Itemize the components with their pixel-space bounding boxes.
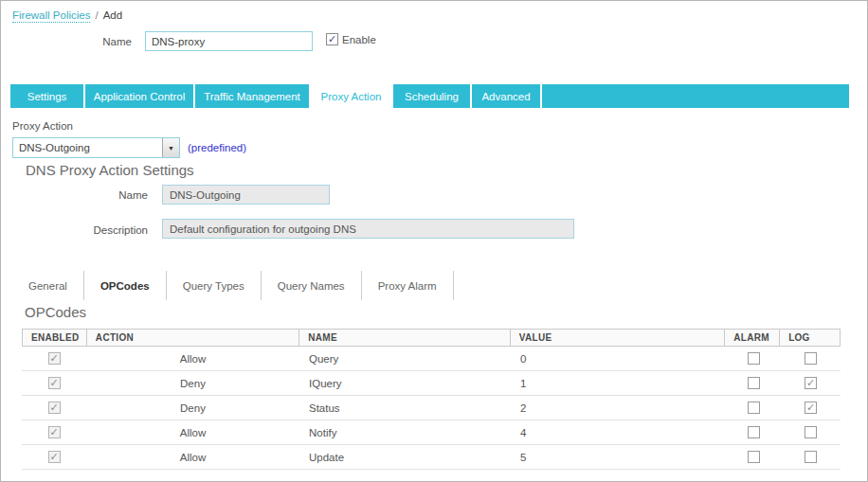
opcode-log-cell: ✓ (781, 371, 841, 395)
opcode-name: Query (299, 347, 511, 370)
opcode-row: ✓AllowNotify4 (22, 420, 841, 445)
opcodes-table: ENABLEDACTIONNAMEVALUEALARMLOG ✓AllowQue… (22, 329, 841, 470)
column-header-name: NAME (299, 330, 510, 346)
subtab-proxy-alarm[interactable]: Proxy Alarm (362, 271, 454, 300)
subtab-query-names[interactable]: Query Names (262, 271, 362, 300)
opcode-alarm-checkbox[interactable] (748, 402, 760, 414)
opcode-alarm-checkbox[interactable] (748, 352, 760, 365)
opcode-value: 2 (511, 396, 726, 420)
tab-settings[interactable]: Settings (10, 84, 83, 108)
tab-advanced[interactable]: Advanced (472, 84, 540, 108)
opcode-enabled-checkbox: ✓ (48, 377, 61, 389)
opcode-enabled-cell: ✓ (22, 396, 86, 420)
breadcrumb-separator: / (95, 9, 98, 21)
opcode-log-checkbox[interactable] (805, 451, 817, 463)
action-description-field: Default configuration for outgoing DNS (162, 219, 574, 239)
opcode-action: Allow (86, 420, 299, 444)
opcode-alarm-checkbox[interactable] (748, 377, 760, 389)
subtab-general[interactable]: General (12, 271, 84, 300)
tab-traffic-management[interactable]: Traffic Management (195, 84, 309, 108)
column-header-enabled: ENABLED (23, 330, 87, 346)
column-header-value: VALUE (511, 330, 725, 346)
dropdown-arrow-icon[interactable]: ▼ (162, 138, 179, 157)
opcode-action: Allow (86, 347, 299, 370)
main-tab-bar: SettingsApplication ControlTraffic Manag… (10, 84, 849, 108)
enable-checkbox[interactable]: ✓ (326, 33, 338, 45)
opcodes-table-body: ✓AllowQuery0✓DenyIQuery1✓✓DenyStatus2✓✓A… (22, 347, 841, 470)
opcode-enabled-cell: ✓ (22, 420, 86, 444)
column-header-log: LOG (780, 330, 840, 346)
opcode-value: 0 (511, 347, 726, 370)
opcode-action: Deny (86, 396, 299, 420)
column-header-action: ACTION (87, 330, 299, 346)
opcode-enabled-cell: ✓ (22, 445, 86, 469)
subtab-query-types[interactable]: Query Types (167, 271, 262, 300)
proxy-action-selected-value: DNS-Outgoing (13, 138, 162, 157)
tab-bar-filler (542, 84, 849, 108)
policy-name-input[interactable] (145, 31, 313, 51)
opcode-log-checkbox[interactable]: ✓ (805, 377, 817, 389)
opcode-alarm-checkbox[interactable] (748, 426, 760, 438)
opcode-enabled-cell: ✓ (22, 371, 86, 395)
opcode-name: Update (299, 445, 511, 469)
opcode-alarm-cell (726, 371, 781, 395)
opcode-alarm-checkbox[interactable] (748, 451, 760, 463)
breadcrumb-firewall-policies-link[interactable]: Firewall Policies (12, 9, 90, 23)
subtab-opcodes[interactable]: OPCodes (84, 271, 167, 300)
dns-proxy-action-settings-title: DNS Proxy Action Settings (26, 162, 194, 178)
tab-application-control[interactable]: Application Control (85, 84, 193, 108)
opcode-row: ✓AllowQuery0 (22, 347, 841, 371)
opcodes-section-title: OPCodes (25, 304, 86, 320)
opcode-log-checkbox[interactable] (805, 352, 817, 365)
proxy-action-dropdown[interactable]: DNS-Outgoing ▼ (12, 137, 180, 158)
tab-proxy-action[interactable]: Proxy Action (311, 84, 391, 108)
opcode-enabled-checkbox: ✓ (48, 402, 61, 414)
opcode-log-cell (781, 347, 841, 370)
opcode-enabled-checkbox: ✓ (48, 352, 61, 365)
opcode-name: Status (299, 396, 511, 420)
breadcrumb: Firewall Policies/Add (12, 9, 122, 21)
proxy-sub-tab-bar: GeneralOPCodesQuery TypesQuery NamesProx… (12, 271, 454, 300)
predefined-note: (predefined) (188, 142, 246, 153)
opcode-log-checkbox[interactable]: ✓ (805, 402, 817, 414)
opcode-value: 4 (511, 420, 726, 444)
opcode-alarm-cell (726, 420, 781, 444)
column-header-alarm: ALARM (725, 330, 780, 346)
opcode-name: Notify (299, 420, 511, 444)
proxy-action-label: Proxy Action (12, 120, 73, 132)
opcode-log-cell: ✓ (781, 396, 841, 420)
action-name-field: DNS-Outgoing (162, 185, 330, 205)
opcode-value: 1 (511, 371, 726, 395)
opcode-log-cell (781, 420, 841, 444)
firewall-policy-add-page: Firewall Policies/Add Name ✓ Enable Sett… (0, 0, 868, 482)
opcode-enabled-checkbox: ✓ (48, 451, 61, 463)
opcode-enabled-checkbox: ✓ (48, 426, 61, 438)
opcode-value: 5 (511, 445, 726, 469)
opcode-row: ✓AllowUpdate5 (22, 445, 841, 470)
action-name-label: Name (6, 189, 148, 201)
opcode-row: ✓DenyIQuery1✓ (22, 371, 841, 396)
opcode-alarm-cell (726, 396, 781, 420)
tab-scheduling[interactable]: Scheduling (393, 84, 470, 108)
opcode-action: Deny (86, 371, 299, 395)
breadcrumb-current: Add (103, 9, 122, 21)
policy-name-label: Name (56, 36, 132, 47)
opcode-alarm-cell (726, 445, 781, 469)
opcodes-table-header: ENABLEDACTIONNAMEVALUEALARMLOG (22, 329, 841, 347)
opcode-action: Allow (86, 445, 299, 469)
opcode-alarm-cell (726, 347, 781, 370)
opcode-name: IQuery (299, 371, 511, 395)
action-description-label: Description (6, 224, 148, 236)
opcode-row: ✓DenyStatus2✓ (22, 396, 841, 420)
enable-label: Enable (342, 34, 376, 45)
opcode-log-checkbox[interactable] (805, 426, 817, 438)
opcode-enabled-cell: ✓ (22, 347, 86, 370)
opcode-log-cell (781, 445, 841, 469)
